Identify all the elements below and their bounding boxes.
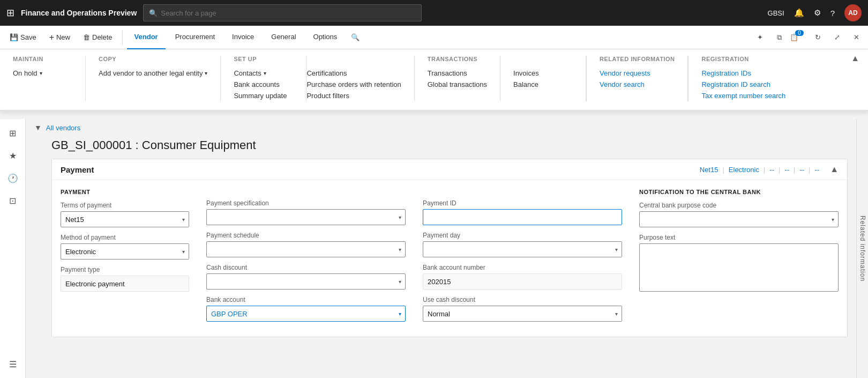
ribbon-right: ✦ ⧉ 📋0 ↻ ⤢ ✕ [752,30,864,45]
central-bank-purpose-code-label: Central bank purpose code [639,202,839,209]
delete-button[interactable]: 🗑 Delete [78,30,118,45]
right-panel[interactable]: Related information [856,119,868,378]
payment-spec-select[interactable] [206,209,406,225]
notification-group-title: NOTIFICATION TO THE CENTRAL BANK [639,189,839,195]
payment-spec-group: Payment specification ▾ [206,199,406,225]
tab-invoice[interactable]: Invoice [225,26,261,49]
menu-section-title-setup: Set up [234,56,293,62]
purpose-text-input[interactable] [639,243,839,292]
sidebar-item-menu[interactable]: ☰ [3,354,23,374]
menu-item-certifications[interactable]: Certifications [306,68,401,79]
sidebar-item-workspaces[interactable]: ⊡ [3,191,23,210]
tenant-label: GBSI [768,9,784,17]
cash-discount-select-wrapper: ▾ [206,273,406,290]
menu-collapse-btn[interactable]: ▲ [851,54,859,63]
menu-section-title-transactions: Transactions [428,56,487,62]
terms-of-payment-select[interactable]: Net15 [61,211,189,227]
help-icon[interactable]: ? [830,9,835,18]
menu-item-vendor-search[interactable]: Vendor search [600,79,675,90]
popout-icon[interactable]: ⤢ [829,30,844,45]
payment-type-label: Payment type [61,266,189,273]
close-icon[interactable]: ✕ [849,30,864,45]
menu-item-on-hold[interactable]: On hold ▾ [13,68,72,79]
payment-spec-select-wrapper: ▾ [206,209,406,225]
method-of-payment-select[interactable]: Electronic [61,243,189,260]
menu-item-bank-accounts[interactable]: Bank accounts [234,79,293,90]
tab-vendor[interactable]: Vendor [127,26,166,49]
central-bank-purpose-code-select[interactable] [639,211,839,227]
search-box[interactable]: 🔍 [143,4,422,21]
notification-icon[interactable]: 🔔 [794,8,804,18]
settings-icon[interactable]: ⚙ [814,8,821,18]
menu-item-tax-exempt[interactable]: Tax exempt number search [701,90,785,101]
menu-section-title-maintain: Maintain [13,56,72,62]
chevron-down-icon-copy: ▾ [205,70,207,76]
sidebar-item-favorites[interactable]: ★ [3,146,23,165]
purpose-text-label: Purpose text [639,234,839,241]
menu-item-transactions[interactable]: Transactions [428,68,487,79]
search-ribbon-icon[interactable]: 🔍 [351,33,360,41]
cash-discount-select[interactable] [206,273,406,290]
payment-schedule-group: Payment schedule ▾ [206,232,406,257]
payment-tag-net15[interactable]: Net15 [700,166,719,174]
payment-tag-4[interactable]: -- [814,166,819,174]
notification-badge-icon[interactable]: 📋0 [791,30,806,45]
sidebar-item-recent[interactable]: 🕐 [3,168,23,188]
use-cash-discount-label: Use cash discount [423,296,622,303]
payment-day-group: Payment day ▾ [423,232,622,257]
menu-section-transactions2: T2 Invoices Balance [500,56,586,101]
save-button[interactable]: 💾 Save [4,30,42,45]
filter-icon[interactable]: ▼ [34,123,42,132]
search-input[interactable] [161,9,416,17]
personalize-icon[interactable]: ✦ [752,30,767,45]
menu-item-global-transactions[interactable]: Global transactions [428,79,487,90]
menu-section-title-related: Related information [600,56,675,62]
avatar[interactable]: AD [844,4,862,21]
method-of-payment-group: Method of payment Electronic ▾ [61,234,189,260]
payment-tag-2[interactable]: -- [784,166,789,174]
payment-tag-electronic[interactable]: Electronic [729,166,759,174]
menu-item-contacts[interactable]: Contacts ▾ [234,68,293,79]
card-title: Payment [61,165,700,174]
payment-id-input[interactable] [423,209,622,225]
payment-group: PAYMENT Terms of payment Net15 ▾ Me [61,189,189,328]
bank-account-select[interactable]: GBP OPER [206,306,406,322]
payment-schedule-label: Payment schedule [206,232,406,239]
menu-item-registration-ids[interactable]: Registration IDs [701,68,785,79]
menu-item-product-filters[interactable]: Product filters [306,90,401,101]
menu-item-invoices[interactable]: Invoices [513,68,573,79]
menu-item-balance[interactable]: Balance [513,79,573,90]
breadcrumb[interactable]: All vendors [46,124,80,132]
payment-schedule-select[interactable] [206,241,406,257]
menu-item-purchase-orders[interactable]: Purchase orders with retention [306,79,401,90]
refresh-icon[interactable]: ↻ [810,30,825,45]
card-collapse-btn[interactable]: ▲ [830,165,839,174]
ribbon-separator [122,30,123,45]
payment-tag-3[interactable]: -- [799,166,804,174]
search-icon: 🔍 [149,9,158,17]
payment-day-select[interactable] [423,241,622,257]
delete-icon: 🗑 [83,33,90,41]
payment-group-title: PAYMENT [61,189,189,195]
chevron-down-icon-contacts: ▾ [264,70,266,76]
central-bank-purpose-code-group: Central bank purpose code ▾ [639,202,839,227]
open-new-window-icon[interactable]: ⧉ [772,30,787,45]
menu-section-copy: Copy Add vendor to another legal entity … [86,56,221,101]
new-button[interactable]: + New [44,29,76,46]
menu-item-vendor-requests[interactable]: Vendor requests [600,68,675,79]
use-cash-discount-select[interactable]: Normal Always Never [423,306,622,322]
menu-item-summary-update[interactable]: Summary update [234,90,293,101]
tab-procurement[interactable]: Procurement [168,26,222,49]
menu-item-add-vendor[interactable]: Add vendor to another legal entity ▾ [99,68,207,79]
sidebar-left: ⊞ ★ 🕐 ⊡ ☰ [0,119,26,378]
menu-item-registration-id-search[interactable]: Registration ID search [701,79,785,90]
sidebar-item-home[interactable]: ⊞ [3,123,23,143]
purpose-text-group: Purpose text [639,234,839,293]
payment-id-label: Payment ID [423,199,622,207]
menu-section-registration: Registration Registration IDs Registrati… [689,56,798,101]
tab-general[interactable]: General [264,26,303,49]
grid-icon[interactable]: ⊞ [6,7,14,19]
payment-tag-1[interactable]: -- [769,166,774,174]
card-header: Payment Net15 | Electronic | -- | -- | -… [52,159,847,180]
tab-options[interactable]: Options [306,26,345,49]
